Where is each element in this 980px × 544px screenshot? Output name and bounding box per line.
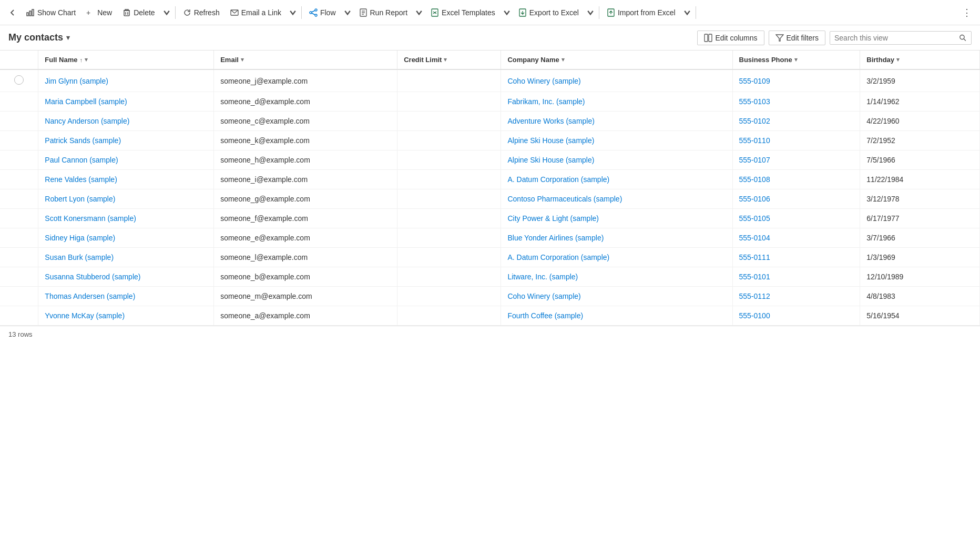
phone-cell[interactable]: 555-0111 [732,248,860,267]
view-title[interactable]: My contacts ▾ [8,32,70,43]
flow-button[interactable]: Flow [304,5,341,20]
export-excel-dropdown-button[interactable] [584,5,597,20]
phone-cell[interactable]: 555-0112 [732,287,860,306]
fullname-cell[interactable]: Maria Campbell (sample) [38,92,214,112]
fullname-cell[interactable]: Scott Konersmann (sample) [38,209,214,228]
excel-templates-button[interactable]: Excel Templates [425,5,501,20]
email-cell: someone_l@example.com [214,248,397,267]
phone-cell[interactable]: 555-0110 [732,131,860,150]
phone-cell[interactable]: 555-0100 [732,306,860,326]
row-checkbox-cell[interactable] [0,150,38,170]
phone-cell[interactable]: 555-0109 [732,69,860,92]
company-cell[interactable]: City Power & Light (sample) [501,209,732,228]
credit-cell [397,112,501,131]
company-cell[interactable]: Coho Winery (sample) [501,287,732,306]
company-cell[interactable]: Fourth Coffee (sample) [501,306,732,326]
col-header-email[interactable]: Email ▾ [214,51,397,69]
row-checkbox-cell[interactable] [0,228,38,248]
fullname-cell[interactable]: Susan Burk (sample) [38,248,214,267]
run-report-button[interactable]: Run Report [354,5,413,20]
refresh-button[interactable]: Refresh [178,5,225,20]
row-checkbox-cell[interactable] [0,189,38,209]
phone-cell[interactable]: 555-0105 [732,209,860,228]
fullname-cell[interactable]: Susanna Stubberod (sample) [38,267,214,287]
company-cell[interactable]: Adventure Works (sample) [501,112,732,131]
col-header-credit[interactable]: Credit Limit ▾ [397,51,501,69]
edit-filters-label: Edit filters [787,34,819,42]
fullname-cell[interactable]: Nancy Anderson (sample) [38,112,214,131]
row-checkbox-cell[interactable] [0,131,38,150]
col-header-company[interactable]: Company Name ▾ [501,51,732,69]
fullname-cell[interactable]: Rene Valdes (sample) [38,170,214,189]
col-header-fullname[interactable]: Full Name ▾ [38,51,214,69]
fullname-cell[interactable]: Patrick Sands (sample) [38,131,214,150]
company-cell[interactable]: Alpine Ski House (sample) [501,131,732,150]
phone-cell[interactable]: 555-0102 [732,112,860,131]
svg-point-8 [310,12,312,14]
email-link-dropdown-button[interactable] [287,5,299,20]
company-cell[interactable]: A. Datum Corporation (sample) [501,170,732,189]
row-checkbox-cell[interactable] [0,112,38,131]
show-chart-button[interactable]: Show Chart [21,5,81,20]
export-excel-button[interactable]: Export to Excel [513,5,584,20]
table-row: Patrick Sands (sample)someone_k@example.… [0,131,980,150]
company-cell[interactable]: Litware, Inc. (sample) [501,267,732,287]
phone-cell[interactable]: 555-0101 [732,267,860,287]
more-options-button[interactable]: ⋮ [958,4,976,22]
row-checkbox-cell[interactable] [0,287,38,306]
col-header-birthday[interactable]: Birthday ▾ [860,51,980,69]
delete-dropdown-button[interactable] [160,5,173,20]
toolbar: Show Chart + New Delete Refresh Email a … [0,0,980,25]
phone-cell[interactable]: 555-0103 [732,92,860,112]
birthday-cell: 7/2/1952 [860,131,980,150]
company-cell[interactable]: Contoso Pharmaceuticals (sample) [501,189,732,209]
birthday-cell: 1/3/1969 [860,248,980,267]
col-header-check [0,51,38,69]
email-link-label: Email a Link [241,8,281,17]
company-cell[interactable]: Coho Winery (sample) [501,69,732,92]
delete-label: Delete [134,8,155,17]
email-cell: someone_c@example.com [214,112,397,131]
email-cell: someone_a@example.com [214,306,397,326]
company-cell[interactable]: Blue Yonder Airlines (sample) [501,228,732,248]
import-excel-dropdown-button[interactable] [681,5,693,20]
phone-cell[interactable]: 555-0106 [732,189,860,209]
credit-cell [397,287,501,306]
company-cell[interactable]: Fabrikam, Inc. (sample) [501,92,732,112]
search-box[interactable] [830,31,972,45]
fullname-cell[interactable]: Sidney Higa (sample) [38,228,214,248]
birthday-cell: 3/2/1959 [860,69,980,92]
phone-cell[interactable]: 555-0108 [732,170,860,189]
new-button[interactable]: + New [81,5,117,20]
fullname-cell[interactable]: Paul Cannon (sample) [38,150,214,170]
search-input[interactable] [834,34,956,42]
row-checkbox-cell[interactable] [0,170,38,189]
import-excel-button[interactable]: Import from Excel [601,5,681,20]
run-report-dropdown-button[interactable] [413,5,425,20]
row-checkbox-cell[interactable] [0,209,38,228]
row-checkbox-cell[interactable] [0,69,38,92]
email-link-button[interactable]: Email a Link [225,5,287,20]
delete-button[interactable]: Delete [117,5,160,20]
fullname-cell[interactable]: Thomas Andersen (sample) [38,287,214,306]
row-checkbox-cell[interactable] [0,306,38,326]
row-checkbox-cell[interactable] [0,248,38,267]
edit-columns-button[interactable]: Edit columns [697,31,764,45]
fullname-cell[interactable]: Jim Glynn (sample) [38,69,214,92]
email-cell: someone_h@example.com [214,150,397,170]
phone-cell[interactable]: 555-0107 [732,150,860,170]
fullname-cell[interactable]: Robert Lyon (sample) [38,189,214,209]
excel-templates-dropdown-button[interactable] [501,5,513,20]
back-button[interactable] [4,5,21,20]
row-checkbox-cell[interactable] [0,267,38,287]
col-header-phone[interactable]: Business Phone ▾ [732,51,860,69]
email-cell: someone_i@example.com [214,170,397,189]
fullname-cell[interactable]: Yvonne McKay (sample) [38,306,214,326]
company-cell[interactable]: Alpine Ski House (sample) [501,150,732,170]
company-cell[interactable]: A. Datum Corporation (sample) [501,248,732,267]
flow-dropdown-button[interactable] [341,5,354,20]
phone-cell[interactable]: 555-0104 [732,228,860,248]
edit-filters-button[interactable]: Edit filters [769,31,825,45]
row-checkbox[interactable] [14,75,24,85]
row-checkbox-cell[interactable] [0,92,38,112]
